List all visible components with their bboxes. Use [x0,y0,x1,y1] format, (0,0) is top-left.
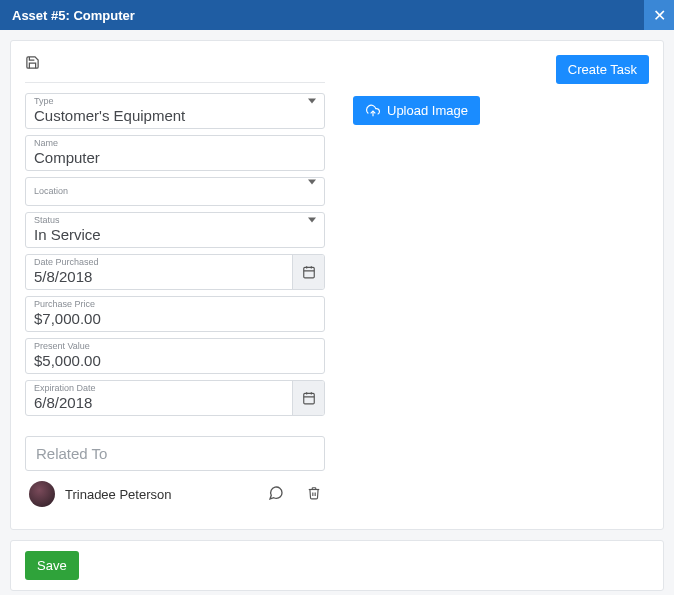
present-value-input[interactable] [34,352,316,369]
present-value-label: Present Value [34,342,316,351]
date-purchased-field[interactable]: Date Purchased [25,254,325,290]
upload-image-label: Upload Image [387,103,468,118]
save-icon[interactable] [25,56,40,73]
modal-title: Asset #5: Computer [12,8,135,23]
create-task-button[interactable]: Create Task [556,55,649,84]
close-icon: ✕ [653,6,666,25]
name-field[interactable]: Name [25,135,325,171]
present-value-field[interactable]: Present Value [25,338,325,374]
cloud-upload-icon [365,104,381,118]
name-input[interactable] [34,149,316,166]
expiration-date-input[interactable] [34,394,284,411]
location-select[interactable]: Location [25,177,325,206]
expiration-date-field[interactable]: Expiration Date [25,380,325,416]
purchase-price-input[interactable] [34,310,316,327]
svg-rect-0 [303,267,314,278]
calendar-icon [302,391,316,405]
svg-rect-4 [303,393,314,404]
save-label: Save [37,558,67,573]
assignee-actions [267,485,321,504]
form-column: Type Customer's Equipment Name Location … [25,55,325,515]
related-to-placeholder: Related To [36,445,107,462]
main-card: Type Customer's Equipment Name Location … [10,40,664,530]
status-label: Status [34,216,302,225]
name-label: Name [34,139,316,148]
expiration-date-label: Expiration Date [34,384,284,393]
purchase-price-field[interactable]: Purchase Price [25,296,325,332]
purchase-price-label: Purchase Price [34,300,316,309]
toolbar [25,55,325,83]
chevron-down-icon [308,104,316,119]
type-select[interactable]: Type Customer's Equipment [25,93,325,129]
type-value: Customer's Equipment [34,107,302,124]
type-label: Type [34,97,302,106]
date-purchased-input[interactable] [34,268,284,285]
status-value: In Service [34,226,302,243]
avatar [29,481,55,507]
calendar-button[interactable] [292,255,324,289]
footer-card: Save [10,540,664,591]
upload-area: Upload Image [353,96,649,125]
top-actions: Create Task [353,55,649,84]
right-column: Create Task Upload Image [353,55,649,515]
assignee-name: Trinadee Peterson [65,487,171,502]
location-label: Location [34,187,316,196]
comment-icon[interactable] [267,485,285,504]
upload-image-button[interactable]: Upload Image [353,96,480,125]
modal-header: Asset #5: Computer ✕ [0,0,674,30]
calendar-icon [302,265,316,279]
close-button[interactable]: ✕ [644,0,674,30]
create-task-label: Create Task [568,62,637,77]
date-purchased-label: Date Purchased [34,258,284,267]
calendar-button[interactable] [292,381,324,415]
trash-icon[interactable] [307,485,321,504]
status-select[interactable]: Status In Service [25,212,325,248]
related-to-field[interactable]: Related To [25,436,325,471]
save-button[interactable]: Save [25,551,79,580]
chevron-down-icon [308,223,316,238]
assignee-row: Trinadee Peterson [25,481,325,507]
